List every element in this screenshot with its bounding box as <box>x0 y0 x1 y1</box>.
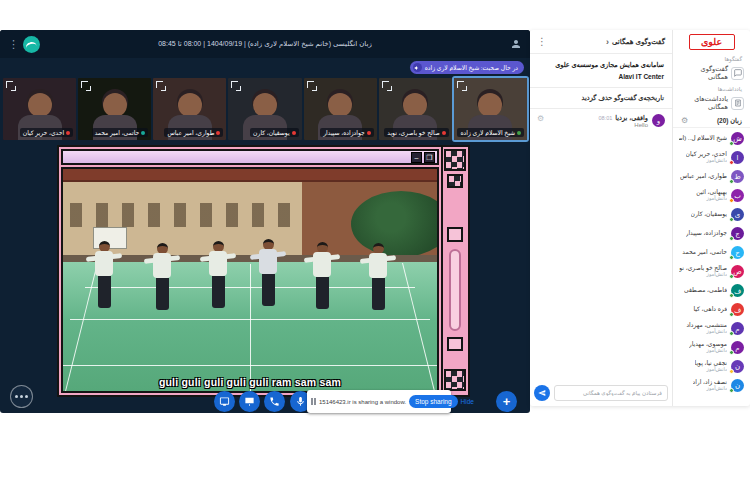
dancer <box>89 241 119 337</box>
participant-row[interactable]: ا احدی، حریر کیان دانش‌آموز <box>679 148 744 167</box>
tile-name-label: جوادزاده، سپیدار <box>320 128 374 137</box>
mic-status-dot <box>442 131 446 135</box>
participant-row[interactable]: ف فاطمی، مصطفی <box>679 281 744 300</box>
participant-row[interactable]: ن نجفی نیا، پویا دانش‌آموز <box>679 357 744 376</box>
expand-icon[interactable] <box>307 81 314 88</box>
speaking-indicator: در حال صحبت: شیخ الاسلام لاری زاده <box>410 61 524 74</box>
video-tile[interactable]: جوادزاده، سپیدار <box>304 78 377 140</box>
expand-icon[interactable] <box>231 81 238 88</box>
screenshare-button[interactable] <box>214 391 235 412</box>
pause-icon <box>311 398 316 405</box>
participant-row[interactable]: م منتشمی، مهرداد دانش‌آموز <box>679 319 744 338</box>
video-tile[interactable]: شیخ الاسلام لاری زاده <box>454 78 527 140</box>
chat-input[interactable] <box>554 385 668 401</box>
expand-icon[interactable] <box>382 81 389 88</box>
shared-video-content[interactable]: guli guli guli guli guli ram sam sam <box>61 167 439 393</box>
whiteboard-icon <box>244 396 255 407</box>
participant-row[interactable]: ص صالح خو باصری، نوید دانش‌آموز <box>679 262 744 281</box>
avatar: ن <box>731 379 744 392</box>
participant-row[interactable]: ب بهبهانی، آئین دانش‌آموز <box>679 186 744 205</box>
participants-icon[interactable] <box>510 38 522 50</box>
dancer <box>363 243 393 339</box>
avatar: ب <box>731 189 744 202</box>
expand-icon[interactable] <box>156 81 163 88</box>
gear-icon[interactable]: ⚙ <box>681 116 688 125</box>
chat-options-icon[interactable]: ⋮ <box>537 36 547 47</box>
status-badge <box>729 293 734 298</box>
phone-icon <box>269 396 280 407</box>
dancer <box>147 243 177 339</box>
participant-row[interactable]: ح حاتمی، امیر محمد <box>679 243 744 262</box>
send-button[interactable] <box>534 385 550 401</box>
sidebar: ⋮ گفت‌وگوی همگانی ‹ سامانه‌ی همایش مجازی… <box>530 30 750 406</box>
pink-tile <box>447 227 463 242</box>
participant-row[interactable]: ن نصف زاد، آراد دانش‌آموز <box>679 376 744 395</box>
chat-message: و واقفی، بردیا 08:01 Hello ⚙ <box>530 109 672 133</box>
mic-status-dot <box>141 131 145 135</box>
pink-capsule <box>449 249 461 331</box>
hide-link[interactable]: Hide <box>461 398 474 405</box>
status-badge <box>729 331 734 336</box>
video-tile[interactable]: حاتمی، امیر محمد <box>78 78 151 140</box>
avatar: ط <box>731 170 744 183</box>
nav-item-shared-notes[interactable]: یادداشت‌های همگانی <box>673 93 750 113</box>
expand-icon[interactable] <box>6 81 13 88</box>
participant-row[interactable]: م موسوی، مهدیار دانش‌آموز <box>679 338 744 357</box>
video-tile[interactable]: طواری، امیر عباس <box>153 78 226 140</box>
add-content-button[interactable]: + <box>496 391 517 412</box>
bottom-left-control-button[interactable] <box>10 385 33 408</box>
chats-section-header: گفتگوها <box>673 53 750 63</box>
avatar: ش <box>731 132 744 145</box>
avatar: م <box>731 341 744 354</box>
avatar: ن <box>731 360 744 373</box>
expand-icon[interactable] <box>457 81 464 88</box>
stop-sharing-button[interactable]: Stop sharing <box>409 395 458 408</box>
mic-status-dot <box>517 131 521 135</box>
system-message: سامانه‌ی همایش مجازی موسسه‌ی علوی Alavi … <box>530 54 672 88</box>
participant-row[interactable]: ی یوسفیان، کارن <box>679 205 744 224</box>
mic-status-dot <box>292 131 296 135</box>
alavi-logo: علوی <box>689 34 735 50</box>
meeting-app-window: ⋮ زبان انگلیسی (خانم شیخ الاسلام لاری زا… <box>0 30 530 413</box>
checker-tile <box>447 174 463 188</box>
avatar: ص <box>731 265 744 278</box>
avatar: ف <box>731 303 744 316</box>
status-badge <box>729 141 734 146</box>
nav-item-public-chat[interactable]: گفت‌وگوی همگانی <box>673 63 750 83</box>
participant-row[interactable]: ف فره داهی، کیا <box>679 300 744 319</box>
phone-button[interactable] <box>264 391 285 412</box>
checker-tile <box>444 149 466 171</box>
tile-name-label: صالح خو باصری، نوید <box>384 128 449 137</box>
nav-panel: علوی گفتگوها گفت‌وگوی همگانی یادداشت‌ها … <box>672 30 750 406</box>
status-badge <box>729 217 734 222</box>
expand-icon[interactable] <box>81 81 88 88</box>
status-badge <box>729 274 734 279</box>
speaker-icon <box>413 63 422 72</box>
message-gear-icon[interactable]: ⚙ <box>537 114 544 123</box>
video-tile[interactable]: احدی، حریر کیان <box>3 78 76 140</box>
room-row[interactable]: زبان (20) ⚙ <box>673 113 750 128</box>
back-chevron-icon[interactable]: ‹ <box>606 37 609 47</box>
video-tile[interactable]: صالح خو باصری، نوید <box>379 78 452 140</box>
kebab-menu-icon[interactable]: ⋮ <box>8 38 18 51</box>
window-minimize-button[interactable]: – <box>411 152 422 163</box>
tile-name-label: یوسفیان، کارن <box>250 128 298 137</box>
meeting-topbar: ⋮ زبان انگلیسی (خانم شیخ الاسلام لاری زا… <box>0 30 530 58</box>
status-badge <box>729 198 734 203</box>
window-maximize-button[interactable]: ❐ <box>424 152 435 163</box>
dancer <box>307 242 337 338</box>
share-notice-text: 15146423.ir is sharing a window. <box>319 399 406 405</box>
court-line <box>250 264 251 391</box>
shared-window-titlebar: – ❐ <box>61 149 439 165</box>
participant-row[interactable]: ش شیخ الاسلام ل.. (استاد) <box>679 129 744 148</box>
participant-row[interactable]: ط طواری، امیر عباس <box>679 167 744 186</box>
tile-name-label: حاتمی، امیر محمد <box>92 128 149 137</box>
shared-screen-window: – ❐ <box>57 145 470 397</box>
status-badge <box>729 236 734 241</box>
avatar: ا <box>731 151 744 164</box>
whiteboard-button[interactable] <box>239 391 260 412</box>
participant-row[interactable]: ج جوادزاده، سپیدار <box>679 224 744 243</box>
avatar: ج <box>731 227 744 240</box>
mic-icon <box>295 396 306 407</box>
video-tile[interactable]: یوسفیان، کارن <box>228 78 301 140</box>
